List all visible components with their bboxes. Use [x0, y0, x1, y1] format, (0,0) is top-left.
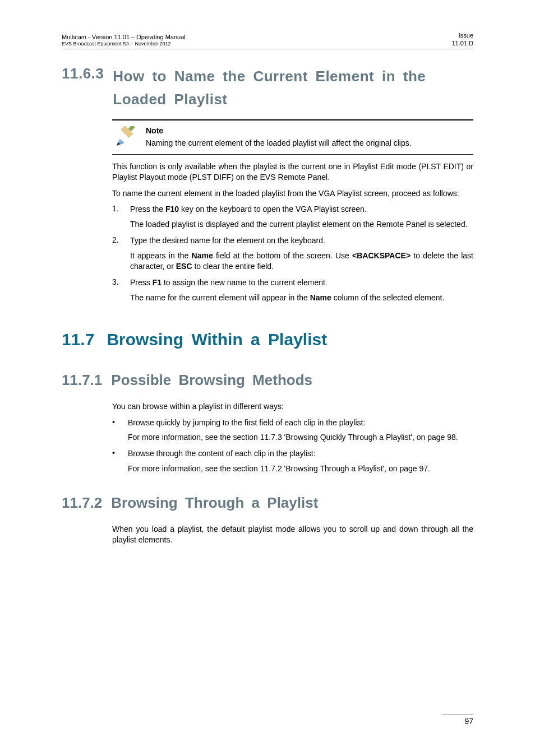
heading-11-7-1: 11.7.1 Possible Browsing Methods [62, 372, 473, 389]
bullet-marker: • [112, 448, 120, 459]
text: Press [130, 278, 153, 287]
text: Press the [130, 205, 165, 214]
key-backspace: <BACKSPACE> [352, 251, 411, 260]
key-esc: ESC [176, 262, 192, 271]
heading-text: Possible Browsing Methods [111, 372, 312, 389]
header-company: EVS Broadcast Equipment SA – November 20… [62, 41, 186, 48]
step-text: Press F1 to assign the new name to the c… [130, 277, 473, 288]
pencil-icon [112, 126, 138, 149]
note-label: Note [146, 126, 473, 135]
text: key on the keyboard to open the VGA Play… [179, 205, 367, 214]
paragraph: You can browse within a playlist in diff… [112, 401, 473, 412]
bullet-text: Browse through the content of each clip … [128, 448, 473, 459]
note-box: Note Naming the current element of the l… [112, 119, 473, 155]
page-number: 97 [442, 714, 473, 726]
bullet-marker: • [112, 418, 120, 428]
key-f10: F10 [165, 205, 179, 214]
heading-text: How to Name the Current Element in the L… [113, 65, 473, 112]
bullet-sub: For more information, see the section 11… [128, 432, 473, 443]
field-name: Name [192, 251, 213, 260]
key-f1: F1 [153, 278, 162, 287]
step-3: Press F1 to assign the new name to the c… [112, 277, 473, 303]
heading-number: 11.7.1 [62, 372, 102, 389]
bullet-item: • Browse through the content of each cli… [112, 448, 473, 459]
paragraph: To name the current element in the loade… [112, 188, 473, 199]
paragraph: This function is only available when the… [112, 161, 473, 183]
bullet-sub: For more information, see the section 11… [128, 463, 473, 474]
step-text: Press the F10 key on the keyboard to ope… [130, 204, 473, 215]
heading-number: 11.7 [62, 330, 94, 349]
text: to clear the entire field. [192, 262, 274, 271]
text: column of the selected element. [331, 293, 445, 302]
step-text: Type the desired name for the element on… [130, 235, 473, 246]
step-2: Type the desired name for the element on… [112, 235, 473, 272]
paragraph: When you load a playlist, the default pl… [112, 524, 473, 545]
step-sub: The loaded playlist is displayed and the… [130, 219, 473, 230]
header-issue-value: 11.01.D [451, 39, 473, 47]
note-text: Naming the current element of the loaded… [146, 138, 473, 147]
text: to assign the new name to the current el… [162, 278, 328, 287]
header-issue-label: Issue [451, 31, 473, 39]
step-number [112, 204, 124, 215]
heading-number: 11.6.3 [62, 65, 104, 112]
step-1: Press the F10 key on the keyboard to ope… [112, 204, 473, 230]
page-header: Multicam - Version 11.01 – Operating Man… [62, 31, 473, 49]
step-sub: The name for the current element will ap… [130, 293, 473, 303]
heading-11-7: 11.7 Browsing Within a Playlist [62, 330, 473, 349]
header-right: Issue 11.01.D [451, 31, 473, 48]
step-number [112, 277, 124, 288]
heading-number: 11.7.2 [62, 494, 102, 512]
bullet-text: Browse quickly by jumping to the first f… [128, 418, 473, 428]
step-number [112, 235, 124, 246]
header-left: Multicam - Version 11.01 – Operating Man… [62, 33, 186, 48]
text: field at the bottom of the screen. Use [213, 251, 352, 260]
heading-text: Browsing Within a Playlist [107, 330, 327, 349]
heading-11-6-3: 11.6.3 How to Name the Current Element i… [62, 65, 473, 112]
column-name: Name [310, 293, 331, 302]
bullet-item: • Browse quickly by jumping to the first… [112, 418, 473, 428]
bullet-list: • Browse quickly by jumping to the first… [112, 418, 473, 428]
bullet-list: • Browse through the content of each cli… [112, 448, 473, 459]
text: The name for the current element will ap… [130, 293, 310, 302]
step-sub: It appears in the Name field at the bott… [130, 251, 473, 272]
text: It appears in the [130, 251, 192, 260]
steps-list: Press the F10 key on the keyboard to ope… [112, 204, 473, 303]
header-product: Multicam - Version 11.01 – Operating Man… [62, 33, 186, 41]
heading-text: Browsing Through a Playlist [111, 494, 318, 512]
heading-11-7-2: 11.7.2 Browsing Through a Playlist [62, 494, 473, 512]
